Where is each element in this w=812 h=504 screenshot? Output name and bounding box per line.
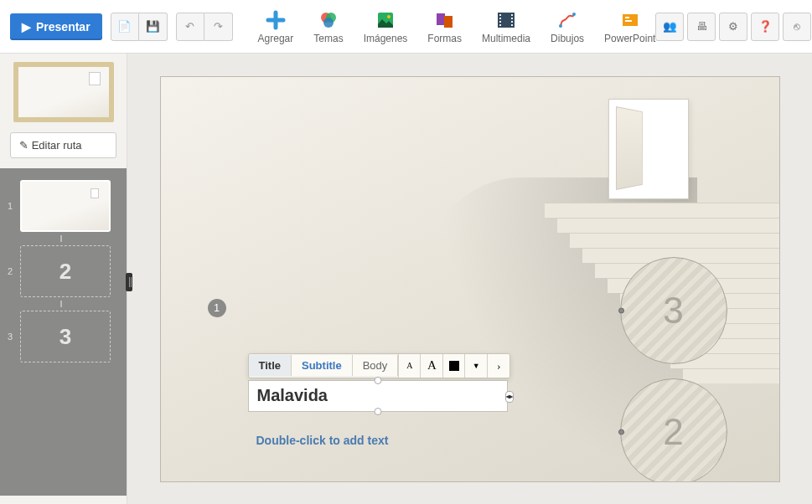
undo-redo-group: ↶ ↷ xyxy=(176,13,233,41)
placeholder-circle-3[interactable]: 3 xyxy=(620,257,727,364)
canvas-step-marker-1[interactable]: 1 xyxy=(208,299,226,317)
path-connector xyxy=(60,235,62,242)
tool-themes[interactable]: Temas xyxy=(313,9,343,44)
chevron-down-icon: ▼ xyxy=(473,362,480,370)
themes-icon xyxy=(318,9,339,31)
help-icon: ❓ xyxy=(758,20,773,33)
path-connector xyxy=(60,301,62,307)
style-body-button[interactable]: Body xyxy=(353,355,399,376)
present-label: Presentar xyxy=(36,20,91,33)
svg-rect-15 xyxy=(511,24,513,26)
settings-button[interactable]: ⚙ xyxy=(719,13,747,41)
svg-rect-10 xyxy=(499,21,501,23)
anchor-dot-icon xyxy=(618,429,624,435)
tool-drawings[interactable]: Dibujos xyxy=(551,9,584,44)
svg-rect-13 xyxy=(511,18,513,19)
sidebar: ✎ Editar ruta 1 2 2 3 3 xyxy=(0,54,127,504)
print-icon: 🖶 xyxy=(696,20,707,33)
multimedia-icon xyxy=(495,9,517,31)
resize-handle-right[interactable]: ◂▸ xyxy=(505,391,514,403)
tool-multimedia[interactable]: Multimedia xyxy=(482,9,530,44)
chevron-right-icon: › xyxy=(497,359,500,373)
share-button[interactable]: 👥 xyxy=(655,13,684,41)
svg-point-17 xyxy=(572,13,576,16)
edit-path-label: Editar ruta xyxy=(32,139,82,152)
text-color-button[interactable] xyxy=(443,354,465,378)
svg-rect-20 xyxy=(625,20,632,22)
file-group: 📄 💾 xyxy=(111,13,168,41)
tool-powerpoint-label: PowerPoint xyxy=(604,33,655,44)
path-step-1[interactable]: 1 xyxy=(0,177,127,235)
gear-icon: ⚙ xyxy=(728,20,738,33)
save-icon: 💾 xyxy=(146,20,160,33)
font-larger-button[interactable]: A xyxy=(421,354,442,378)
svg-point-16 xyxy=(559,24,562,28)
plus-icon xyxy=(265,9,287,31)
anchor-dot-icon xyxy=(618,307,624,313)
main-tools: Agregar Temas Imágenes Formas Multimedia… xyxy=(258,9,656,44)
resize-handle-top[interactable] xyxy=(374,377,381,384)
powerpoint-icon xyxy=(619,9,641,31)
circle-label: 2 xyxy=(663,411,683,453)
more-options-button[interactable]: › xyxy=(488,354,509,378)
main-area: ✎ Editar ruta 1 2 2 3 3 xyxy=(0,54,812,504)
path-step-3[interactable]: 3 3 xyxy=(0,307,127,366)
path-list: 1 2 2 3 3 xyxy=(0,168,127,496)
file-icon: 📄 xyxy=(117,20,132,33)
tool-themes-label: Temas xyxy=(313,33,343,44)
placeholder-circle-2[interactable]: 2 xyxy=(620,378,727,482)
tool-images[interactable]: Imágenes xyxy=(364,9,408,44)
redo-button[interactable]: ↷ xyxy=(204,13,233,41)
door-illustration xyxy=(608,99,689,199)
font-size-group: A A xyxy=(398,354,442,378)
door-panel xyxy=(616,106,643,190)
tool-add-label: Agregar xyxy=(258,33,294,44)
exit-button[interactable]: ⎋ xyxy=(783,13,811,41)
redo-icon: ↷ xyxy=(214,20,223,33)
color-group: ▼ xyxy=(442,354,487,378)
tool-drawings-label: Dibujos xyxy=(551,33,584,44)
font-smaller-button[interactable]: A xyxy=(399,354,421,378)
title-text-box[interactable]: Malavida ◂▸ xyxy=(248,380,508,412)
save-button[interactable]: 💾 xyxy=(139,13,168,41)
svg-rect-6 xyxy=(444,16,453,28)
tool-shapes[interactable]: Formas xyxy=(427,9,462,44)
exit-icon: ⎋ xyxy=(794,20,800,33)
canvas[interactable]: 1 3 2 Title Subtitle Body A A xyxy=(160,76,780,482)
svg-rect-11 xyxy=(499,24,501,26)
canvas-wrap: 1 3 2 Title Subtitle Body A A xyxy=(127,54,812,504)
tool-shapes-label: Formas xyxy=(427,33,462,44)
help-button[interactable]: ❓ xyxy=(751,13,779,41)
tool-powerpoint[interactable]: PowerPoint xyxy=(604,9,655,44)
overview-thumbnail[interactable] xyxy=(13,62,114,122)
tool-multimedia-label: Multimedia xyxy=(482,33,530,44)
resize-handle-bottom[interactable] xyxy=(374,408,381,415)
svg-rect-12 xyxy=(511,14,513,16)
path-step-number: 1 xyxy=(5,201,15,211)
drawings-icon xyxy=(556,9,578,31)
text-style-toolbar: Title Subtitle Body A A ▼ › xyxy=(248,353,511,378)
style-title-button[interactable]: Title xyxy=(249,355,292,376)
present-icon: ▶ xyxy=(22,20,31,33)
new-file-button[interactable]: 📄 xyxy=(111,13,139,41)
svg-rect-8 xyxy=(499,14,501,16)
undo-icon: ↶ xyxy=(185,20,194,33)
share-icon: 👥 xyxy=(663,20,677,33)
path-step-2[interactable]: 2 2 xyxy=(0,242,127,301)
color-dropdown-button[interactable]: ▼ xyxy=(465,354,487,378)
path-step-number: 2 xyxy=(5,266,15,276)
text-style-segment: Title Subtitle Body xyxy=(249,355,399,376)
style-subtitle-button[interactable]: Subtitle xyxy=(292,355,353,376)
circle-label: 3 xyxy=(663,290,683,332)
add-text-placeholder[interactable]: Double-click to add text xyxy=(256,434,389,447)
svg-rect-14 xyxy=(511,21,513,23)
print-button[interactable]: 🖶 xyxy=(687,13,716,41)
path-step-thumb-2: 2 xyxy=(20,245,111,297)
svg-point-4 xyxy=(387,15,390,18)
color-swatch-icon xyxy=(449,361,459,371)
present-button[interactable]: ▶ Presentar xyxy=(10,13,102,40)
edit-path-button[interactable]: ✎ Editar ruta xyxy=(10,132,116,158)
title-text: Malavida xyxy=(257,386,328,404)
undo-button[interactable]: ↶ xyxy=(176,13,204,41)
tool-add[interactable]: Agregar xyxy=(258,9,294,44)
